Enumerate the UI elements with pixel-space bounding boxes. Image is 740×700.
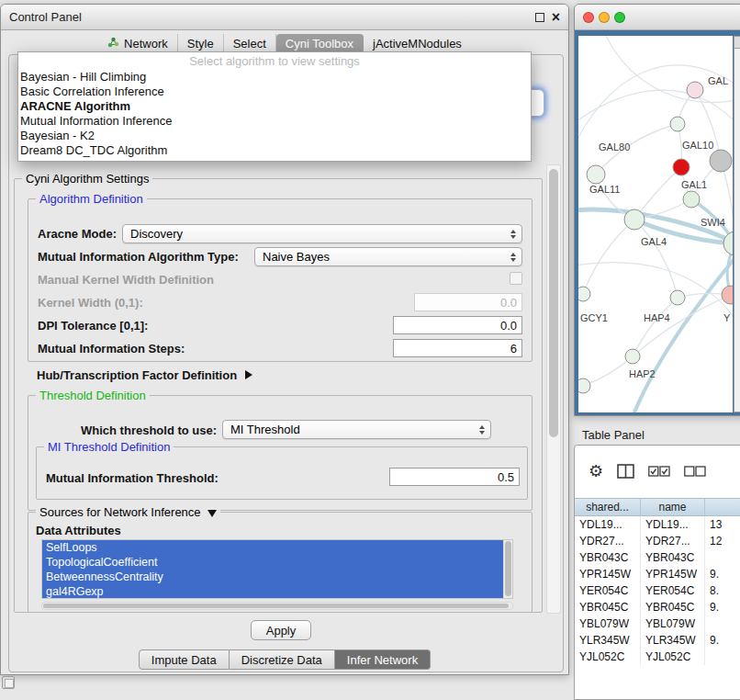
- column-header[interactable]: name: [641, 499, 705, 515]
- bottom-tab-infer-network[interactable]: Infer Network: [335, 649, 431, 670]
- table-cell: YDL19...: [575, 516, 641, 533]
- attribute-item[interactable]: SelfLoops: [42, 540, 503, 555]
- network-edge[interactable]: [606, 36, 733, 102]
- algorithm-option[interactable]: ARACNE Algorithm: [18, 99, 531, 114]
- window-title: Control Panel: [9, 10, 82, 24]
- network-node[interactable]: [625, 349, 640, 364]
- mi-threshold-field[interactable]: [389, 468, 520, 486]
- gear-icon[interactable]: ⚙: [589, 463, 603, 480]
- aracne-mode-select[interactable]: Discovery: [122, 224, 522, 243]
- table-cell: 9.: [705, 632, 740, 649]
- network-icon: [107, 37, 119, 51]
- column-header[interactable]: [705, 499, 740, 515]
- node-label: GAL4: [641, 236, 667, 247]
- network-node[interactable]: [578, 378, 590, 393]
- dpi-tolerance-field[interactable]: [393, 316, 522, 334]
- algorithm-option[interactable]: Bayesian - Hill Climbing: [18, 70, 531, 85]
- tab-jactivemnodules[interactable]: jActiveMNodules: [364, 34, 471, 53]
- table-cell: 9.: [705, 599, 740, 615]
- table-row[interactable]: YBR043CYBR043C: [575, 549, 740, 566]
- bottom-tabbar: Impute DataDiscretize DataInfer Network: [1, 649, 568, 670]
- tab-cyni-toolbox[interactable]: Cyni Toolbox: [276, 34, 364, 53]
- attribute-item[interactable]: TopologicalCoefficient: [42, 555, 503, 570]
- kernel-width-field[interactable]: [414, 293, 522, 311]
- apply-button[interactable]: Apply: [251, 620, 311, 640]
- bottom-tab-discretize-data[interactable]: Discretize Data: [230, 649, 335, 670]
- tab-network[interactable]: Network: [98, 34, 178, 53]
- attributes-horizontal-scrollbar[interactable]: [41, 602, 513, 610]
- algorithm-option[interactable]: Basic Correlation Inference: [18, 85, 531, 99]
- network-node[interactable]: [687, 82, 703, 98]
- traffic-light-green[interactable]: [614, 12, 625, 23]
- hub-section-label: Hub/Transcription Factor Definition: [37, 368, 237, 382]
- table-body: YDL19...YDL19...13YDR27...YDR27...12YBR0…: [575, 516, 740, 699]
- scrollbar-thumb[interactable]: [549, 169, 558, 437]
- table-row[interactable]: YPR145WYPR145W9.: [575, 566, 740, 582]
- network-node[interactable]: [670, 117, 685, 131]
- network-node[interactable]: [670, 290, 685, 305]
- tab-select[interactable]: Select: [224, 34, 276, 53]
- settings-vertical-scrollbar[interactable]: [546, 164, 561, 614]
- panel-grip-icon[interactable]: [2, 676, 15, 689]
- attributes-vertical-scrollbar[interactable]: [503, 540, 512, 598]
- network-window-titlebar[interactable]: [575, 5, 740, 30]
- data-attributes-list[interactable]: SelfLoopsTopologicalCoefficientBetweenne…: [41, 539, 513, 599]
- table-cell: YJL052C: [641, 649, 705, 665]
- algorithm-definition-title: Algorithm Definition: [36, 192, 147, 206]
- dpi-tolerance-label: DPI Tolerance [0,1]:: [38, 319, 148, 333]
- network-node[interactable]: [673, 159, 690, 175]
- network-node[interactable]: [624, 209, 645, 230]
- traffic-light-red[interactable]: [583, 12, 594, 23]
- scrollbar-button[interactable]: [734, 37, 740, 49]
- control-panel-titlebar[interactable]: Control Panel ×: [1, 5, 568, 30]
- tab-label: jActiveMNodules: [373, 37, 462, 51]
- table-row[interactable]: YBR045CYBR045C9.: [575, 599, 740, 615]
- network-node[interactable]: [710, 150, 732, 172]
- unchecked-boxes-icon[interactable]: [684, 466, 706, 478]
- table-row[interactable]: YJL052CYJL052C: [575, 649, 740, 665]
- table-row[interactable]: YDR27...YDR27...12: [575, 533, 740, 549]
- which-threshold-select[interactable]: MI Threshold: [222, 420, 491, 439]
- table-row[interactable]: YLR345WYLR345W9.: [575, 632, 740, 649]
- sources-toggle[interactable]: Sources for Network Inference: [36, 505, 220, 519]
- table-panel-title: Table Panel: [582, 428, 645, 442]
- checked-boxes-icon[interactable]: [648, 466, 670, 478]
- algorithm-option[interactable]: Mutual Information Inference: [18, 114, 531, 129]
- network-graph[interactable]: GALGAL80GAL10GAL11GAL1SWI4GAL4GCY1HAP4YH…: [578, 36, 733, 412]
- table-row[interactable]: YER054CYER054C8.: [575, 582, 740, 599]
- network-node[interactable]: [722, 286, 733, 304]
- network-scrollbar[interactable]: [734, 36, 740, 412]
- attribute-item[interactable]: gal4RGexp: [42, 584, 503, 599]
- table-toolbar: ⚙: [589, 460, 706, 482]
- mi-steps-field[interactable]: [393, 339, 522, 357]
- column-header[interactable]: shared...: [575, 499, 641, 515]
- network-edge[interactable]: [583, 356, 633, 386]
- node-label: SWI4: [701, 217, 725, 228]
- algorithm-placeholder: Select algorithm to view settings: [18, 53, 531, 70]
- network-canvas[interactable]: GALGAL80GAL10GAL11GAL1SWI4GAL4GCY1HAP4YH…: [578, 36, 733, 412]
- hub-section-toggle[interactable]: Hub/Transcription Factor Definition: [37, 368, 252, 382]
- network-node[interactable]: [587, 165, 605, 184]
- network-node[interactable]: [683, 191, 700, 208]
- attribute-item[interactable]: BetweennessCentrality: [42, 570, 503, 584]
- mi-type-select[interactable]: Naive Bayes: [254, 247, 522, 266]
- columns-icon[interactable]: [617, 464, 634, 479]
- close-icon[interactable]: ×: [552, 12, 560, 23]
- algorithm-option[interactable]: Dream8 DC_TDC Algorithm: [18, 143, 531, 158]
- algorithm-option[interactable]: Bayesian - K2: [18, 129, 531, 143]
- network-edge[interactable]: [583, 220, 634, 294]
- bottom-tab-impute-data[interactable]: Impute Data: [139, 649, 230, 670]
- network-edge[interactable]: [633, 256, 733, 412]
- float-icon[interactable]: [535, 13, 544, 22]
- node-label: Y: [723, 312, 731, 323]
- tab-style[interactable]: Style: [178, 34, 224, 53]
- manual-kernel-checkbox[interactable]: [510, 272, 522, 285]
- network-node[interactable]: [578, 287, 590, 301]
- network-node[interactable]: [723, 231, 733, 255]
- traffic-light-yellow[interactable]: [599, 12, 610, 23]
- table-row[interactable]: YDL19...YDL19...13: [575, 516, 740, 533]
- node-label: HAP2: [629, 368, 656, 379]
- table-cell: 12: [705, 533, 740, 549]
- table-row[interactable]: YBL079WYBL079W: [575, 615, 740, 632]
- chevron-updown-icon: [510, 230, 516, 239]
